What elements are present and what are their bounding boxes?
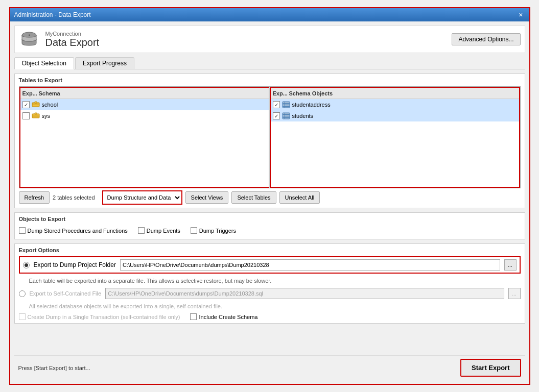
header-area: ⬆ MyConnection Data Export Advanced Opti… [14, 26, 525, 53]
objects-name-col: Schema Objects [289, 90, 517, 96]
bottom-bar: Press [Start Export] to start... Start E… [14, 355, 525, 380]
start-export-button[interactable]: Start Export [460, 359, 521, 377]
dump-project-label: Export to Dump Project Folder [34, 261, 116, 268]
schema-header: Exp... Schema [20, 88, 269, 99]
advanced-options-button[interactable]: Advanced Options... [452, 33, 520, 45]
svg-rect-18 [283, 117, 290, 118]
main-window: Administration - Data Export × ⬆ MyConne… [9, 7, 530, 385]
studentaddress-table-icon [282, 101, 290, 108]
object-row-students[interactable]: students [271, 110, 519, 121]
dump-stored-checkbox[interactable] [19, 227, 26, 234]
svg-rect-9 [35, 113, 37, 114]
svg-rect-11 [283, 103, 290, 104]
dump-events-checkbox[interactable] [138, 227, 145, 234]
refresh-button[interactable]: Refresh [19, 191, 50, 204]
tables-selected-text: 2 tables selected [53, 194, 95, 201]
dump-stored-label[interactable]: Dump Stored Procedures and Functions [19, 227, 128, 234]
school-schema-icon [32, 101, 40, 108]
students-label: students [292, 113, 314, 119]
object-row-studentaddress[interactable]: studentaddress [271, 99, 519, 110]
self-contained-info: All selected database objects will be ex… [19, 302, 521, 310]
close-button[interactable]: × [517, 11, 525, 19]
svg-rect-16 [283, 114, 290, 115]
objects-section-title: Objects to Export [19, 216, 521, 222]
svg-rect-19 [285, 113, 285, 119]
status-message: Press [Start Export] to start... [18, 365, 90, 371]
schema-exp-col: Exp... [22, 90, 39, 96]
sys-checkbox[interactable] [22, 112, 30, 119]
self-contained-browse-button: ... [508, 288, 521, 299]
svg-rect-4 [32, 105, 39, 105]
svg-rect-5 [35, 102, 37, 103]
unselect-all-button[interactable]: Unselect All [279, 191, 320, 204]
svg-rect-3 [32, 104, 39, 104]
advanced-options-row: Create Dump in a Single Transaction (sel… [19, 313, 521, 320]
tab-export-progress[interactable]: Export Progress [75, 57, 134, 69]
sys-label: sys [42, 113, 51, 119]
select-tables-button[interactable]: Select Tables [231, 191, 276, 204]
export-type-container: Dump Structure and Data Dump Structure O… [102, 190, 182, 205]
objects-header: Exp... Schema Objects [271, 88, 519, 99]
tables-section-title: Tables to Export [19, 77, 521, 83]
export-options-area: Export to Dump Project Folder ... Each t… [19, 256, 521, 320]
include-schema-checkbox[interactable] [190, 313, 197, 320]
self-contained-row: Export to Self-Contained File ... [19, 288, 521, 299]
connection-name: MyConnection [45, 31, 100, 37]
self-contained-radio[interactable] [19, 290, 26, 297]
dump-project-radio[interactable] [23, 262, 30, 268]
toolbar-row: Refresh 2 tables selected Dump Structure… [19, 190, 521, 205]
dump-triggers-checkbox[interactable] [191, 227, 197, 234]
svg-rect-8 [32, 116, 39, 116]
studentaddress-checkbox[interactable] [273, 101, 280, 108]
database-icon: ⬆ [19, 29, 39, 50]
window-content: ⬆ MyConnection Data Export Advanced Opti… [10, 21, 529, 384]
schema-pane: Exp... Schema school [19, 87, 269, 188]
db-svg-icon: ⬆ [20, 30, 38, 48]
header-left: ⬆ MyConnection Data Export [19, 29, 100, 50]
school-checkbox[interactable] [22, 101, 30, 108]
objects-to-export-section: Objects to Export Dump Stored Procedures… [14, 212, 525, 239]
header-titles: MyConnection Data Export [45, 31, 100, 48]
dump-events-label[interactable]: Dump Events [138, 227, 180, 234]
school-label: school [42, 102, 58, 108]
svg-rect-7 [32, 115, 39, 115]
schema-row-school[interactable]: school [20, 99, 269, 110]
schema-row-sys[interactable]: sys [20, 110, 269, 121]
title-bar: Administration - Data Export × [10, 8, 529, 21]
page-title: Data Export [45, 37, 100, 48]
self-contained-label: Export to Self-Contained File [30, 290, 102, 297]
tables-to-export-section: Tables to Export Exp... Schema [14, 74, 525, 208]
dump-triggers-label[interactable]: Dump Triggers [191, 227, 236, 234]
dump-project-option-container: Export to Dump Project Folder ... [19, 256, 521, 274]
single-transaction-checkbox[interactable] [19, 313, 26, 320]
dump-project-browse-button[interactable]: ... [504, 259, 517, 271]
export-options-title: Export Options [19, 247, 521, 253]
tabs-bar: Object Selection Export Progress [14, 57, 525, 69]
objects-checkboxes: Dump Stored Procedures and Functions Dum… [19, 225, 521, 236]
sys-schema-icon [32, 112, 40, 119]
students-checkbox[interactable] [273, 112, 280, 119]
students-table-icon [282, 112, 290, 119]
window-title: Administration - Data Export [14, 11, 91, 18]
select-views-button[interactable]: Select Views [185, 191, 229, 204]
svg-rect-14 [285, 102, 285, 108]
dump-project-row: Export to Dump Project Folder ... [23, 259, 517, 271]
include-schema-label[interactable]: Include Create Schema [190, 313, 257, 320]
dump-project-path-input[interactable] [120, 259, 500, 271]
schema-name-col: Schema [39, 90, 267, 96]
svg-rect-12 [283, 105, 290, 105]
dump-project-info: Each table will be exported into a separ… [19, 277, 521, 285]
tables-area: Exp... Schema school [19, 86, 521, 188]
svg-rect-13 [283, 106, 290, 107]
svg-rect-17 [283, 116, 290, 116]
studentaddress-label: studentaddress [292, 102, 331, 108]
export-type-select[interactable]: Dump Structure and Data Dump Structure O… [103, 191, 181, 204]
tab-object-selection[interactable]: Object Selection [14, 57, 74, 69]
single-transaction-label[interactable]: Create Dump in a Single Transaction (sel… [19, 313, 180, 320]
objects-pane: Exp... Schema Objects student [270, 87, 520, 188]
objects-exp-col: Exp... [273, 90, 289, 96]
self-contained-path-input [105, 288, 504, 299]
svg-text:⬆: ⬆ [28, 34, 30, 37]
export-options-section: Export Options Export to Dump Project Fo… [14, 243, 525, 324]
